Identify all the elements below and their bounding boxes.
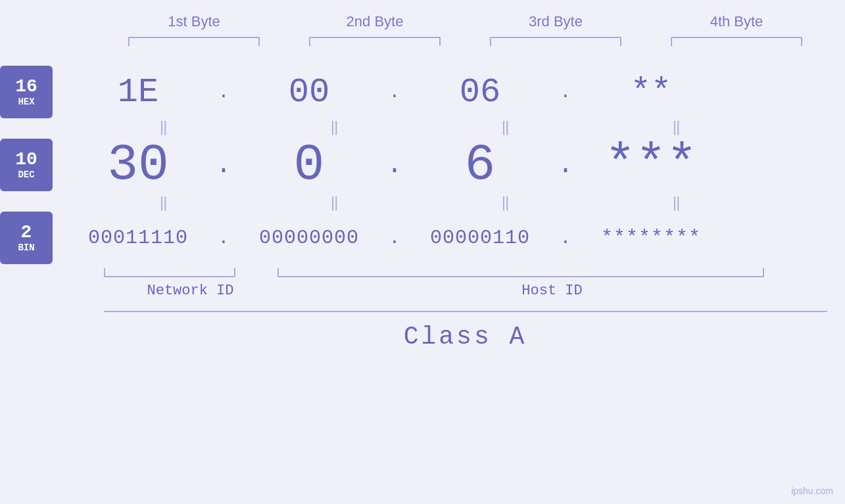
eq1: ‖ <box>94 118 239 136</box>
header-byte3: 3rd Byte <box>483 13 628 30</box>
hex-badge-label: HEX <box>18 97 34 107</box>
bracket-bottom-1 <box>104 268 235 277</box>
bin-byte2: 00000000 <box>237 227 381 249</box>
eq5: ‖ <box>94 194 239 212</box>
hex-badge: 16 HEX <box>0 66 53 118</box>
host-id-label: Host ID <box>278 283 827 299</box>
hex-byte3: 06 <box>408 73 552 112</box>
bin-values: 00011110 . 00000000 . 00000110 . *******… <box>66 227 845 249</box>
bracket-top-1 <box>128 37 260 46</box>
header-byte4: 4th Byte <box>664 13 809 30</box>
eq8: ‖ <box>607 194 752 212</box>
bin-byte1: 00011110 <box>66 227 210 249</box>
bin-dot3: . <box>552 228 579 248</box>
bracket-bottom-2 <box>278 268 764 277</box>
hex-badge-number: 16 <box>15 77 37 97</box>
eq4: ‖ <box>607 118 752 136</box>
bin-badge-label: BIN <box>18 242 34 253</box>
sep-hex-dec: ‖ ‖ ‖ ‖ <box>94 118 817 136</box>
bin-dot1: . <box>210 228 237 248</box>
bin-byte4: ******** <box>579 227 723 249</box>
bin-dot2: . <box>381 228 408 248</box>
dec-dot2: . <box>381 150 408 180</box>
hex-byte4: ** <box>579 73 723 112</box>
bin-byte3: 00000110 <box>408 227 552 249</box>
dec-dot1: . <box>210 150 237 180</box>
top-brackets <box>104 37 827 46</box>
bracket-top-3 <box>490 37 621 46</box>
hex-dot1: . <box>210 82 237 103</box>
dec-byte3: 6 <box>408 136 552 194</box>
dec-values: 30 . 0 . 6 . *** <box>66 136 845 194</box>
eq3: ‖ <box>436 118 581 136</box>
bin-badge: 2 BIN <box>0 212 53 264</box>
hex-dot3: . <box>552 82 579 103</box>
dec-byte4: *** <box>579 136 723 194</box>
hex-byte2: 00 <box>237 73 381 112</box>
eq2: ‖ <box>265 118 410 136</box>
dec-badge-number: 10 <box>15 150 37 170</box>
byte-headers: 1st Byte 2nd Byte 3rd Byte 4th Byte <box>104 13 827 30</box>
watermark: ipshu.com <box>791 486 833 496</box>
bracket-top-4 <box>671 37 802 46</box>
dec-row: 10 DEC 30 . 0 . 6 . *** <box>0 136 845 194</box>
header-byte1: 1st Byte <box>122 13 266 30</box>
dec-badge: 10 DEC <box>0 139 53 191</box>
bin-badge-number: 2 <box>21 223 32 243</box>
hex-row: 16 HEX 1E . 00 . 06 . ** <box>0 66 845 118</box>
hex-dot2: . <box>381 82 408 103</box>
bracket-top-2 <box>309 37 441 46</box>
eq6: ‖ <box>265 194 410 212</box>
dec-badge-label: DEC <box>18 170 34 180</box>
bottom-area: Network ID Host ID Class A <box>104 268 827 351</box>
sep-dec-bin: ‖ ‖ ‖ ‖ <box>94 194 817 212</box>
network-id-label: Network ID <box>104 283 278 299</box>
hex-byte1: 1E <box>66 73 210 112</box>
eq7: ‖ <box>436 194 581 212</box>
class-label: Class A <box>404 323 527 351</box>
dec-byte2: 0 <box>237 136 381 194</box>
header-byte2: 2nd Byte <box>302 13 447 30</box>
class-row: Class A <box>104 311 827 351</box>
id-labels: Network ID Host ID <box>104 283 827 299</box>
dec-dot3: . <box>552 150 579 180</box>
main-container: 1st Byte 2nd Byte 3rd Byte 4th Byte 16 H… <box>0 0 845 504</box>
bin-row: 2 BIN 00011110 . 00000000 . 00000110 . *… <box>0 212 845 264</box>
bottom-brackets <box>104 268 827 277</box>
hex-values: 1E . 00 . 06 . ** <box>66 73 845 112</box>
dec-byte1: 30 <box>66 136 210 194</box>
